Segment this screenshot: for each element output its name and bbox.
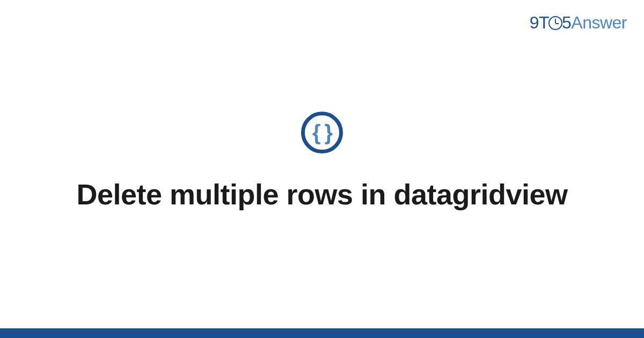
category-icon-circle: { } (301, 112, 343, 153)
clock-icon (548, 16, 562, 30)
logo-text-5: 5 (562, 13, 571, 32)
logo-text-9t: 9T (530, 13, 549, 32)
code-braces-icon: { } (312, 122, 332, 143)
main-content: { } Delete multiple rows in datagridview (32, 112, 612, 212)
logo-text-answer: Answer (571, 13, 627, 32)
site-logo: 9T5Answer (530, 13, 627, 33)
question-title: Delete multiple rows in datagridview (32, 177, 612, 212)
footer-bar (0, 328, 644, 338)
